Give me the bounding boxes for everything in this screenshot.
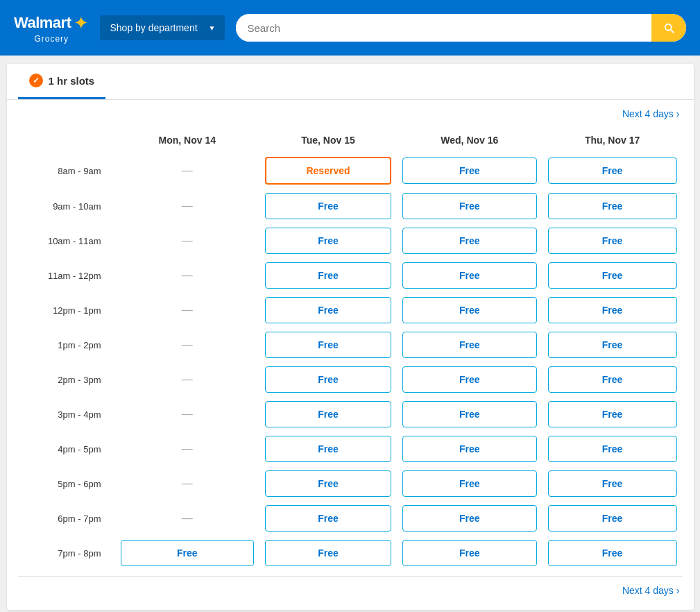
free-slot-button[interactable]: Free bbox=[265, 540, 391, 566]
table-row: 11am - 12pm—FreeFreeFree bbox=[18, 258, 683, 293]
slot-cell: Free bbox=[397, 189, 543, 223]
free-slot-button[interactable]: Free bbox=[402, 436, 537, 462]
slot-cell: Reserved bbox=[259, 153, 397, 189]
slot-cell: — bbox=[115, 328, 259, 362]
free-slot-button[interactable]: Free bbox=[121, 540, 254, 566]
free-slot-button[interactable]: Free bbox=[548, 436, 677, 462]
slot-cell: Free bbox=[543, 189, 683, 223]
free-slot-button[interactable]: Free bbox=[402, 158, 537, 184]
free-slot-button[interactable]: Free bbox=[548, 297, 677, 323]
free-slot-button[interactable]: Free bbox=[265, 262, 391, 289]
free-slot-button[interactable]: Free bbox=[548, 505, 677, 532]
free-slot-button[interactable]: Free bbox=[548, 228, 677, 254]
slot-cell: Free bbox=[543, 258, 683, 293]
free-slot-button[interactable]: Free bbox=[402, 401, 537, 427]
slot-cell: Free bbox=[543, 397, 683, 432]
slot-cell: — bbox=[115, 397, 259, 432]
free-slot-button[interactable]: Free bbox=[402, 366, 537, 393]
slot-cell: Free bbox=[259, 501, 397, 536]
unavailable-dash: — bbox=[182, 477, 193, 489]
slot-cell: Free bbox=[397, 536, 543, 570]
free-slot-button[interactable]: Free bbox=[402, 332, 537, 358]
slot-cell: Free bbox=[543, 432, 683, 466]
slot-cell: — bbox=[115, 293, 259, 328]
next-days-chevron-top: › bbox=[676, 108, 680, 119]
next-4-days-link-top[interactable]: Next 4 days › bbox=[622, 108, 680, 119]
slot-cell: — bbox=[115, 501, 259, 536]
next-days-label-bottom: Next 4 days bbox=[622, 585, 674, 596]
dept-button-label: Shop by department bbox=[110, 22, 197, 33]
slot-cell: Free bbox=[397, 293, 543, 328]
free-slot-button[interactable]: Free bbox=[265, 193, 391, 219]
slot-cell: Free bbox=[259, 362, 397, 397]
slot-cell: Free bbox=[259, 223, 397, 258]
free-slot-button[interactable]: Free bbox=[265, 470, 391, 497]
slot-cell: Free bbox=[397, 258, 543, 293]
free-slot-button[interactable]: Free bbox=[265, 332, 391, 358]
spark-icon: ✦ bbox=[74, 12, 89, 34]
table-row: 8am - 9am—ReservedFreeFree bbox=[18, 153, 683, 189]
free-slot-button[interactable]: Free bbox=[265, 228, 391, 254]
time-slot-table: Mon, Nov 14 Tue, Nov 15 Wed, Nov 16 Thu,… bbox=[18, 128, 683, 570]
free-slot-button[interactable]: Free bbox=[402, 193, 537, 219]
slot-cell: Free bbox=[259, 536, 397, 570]
slot-cell: Free bbox=[543, 466, 683, 501]
unavailable-dash: — bbox=[182, 443, 193, 454]
reserved-slot-button[interactable]: Reserved bbox=[265, 157, 391, 185]
free-slot-button[interactable]: Free bbox=[402, 228, 537, 254]
tab-1hr-slots[interactable]: ✓ 1 hr slots bbox=[18, 64, 106, 99]
slot-cell: Free bbox=[259, 432, 397, 466]
time-label: 8am - 9am bbox=[18, 153, 115, 189]
unavailable-dash: — bbox=[182, 512, 193, 524]
slot-cell: Free bbox=[397, 223, 543, 258]
search-input[interactable] bbox=[236, 14, 651, 42]
free-slot-button[interactable]: Free bbox=[548, 262, 677, 289]
free-slot-button[interactable]: Free bbox=[548, 332, 677, 358]
slot-cell: Free bbox=[397, 397, 543, 432]
col-header-wed: Wed, Nov 16 bbox=[397, 128, 543, 153]
table-row: 12pm - 1pm—FreeFreeFree bbox=[18, 293, 683, 328]
free-slot-button[interactable]: Free bbox=[402, 470, 537, 497]
shop-by-department-button[interactable]: Shop by department ▼ bbox=[100, 15, 225, 40]
next-4-days-link-bottom[interactable]: Next 4 days › bbox=[622, 585, 680, 596]
time-label: 12pm - 1pm bbox=[18, 293, 115, 328]
free-slot-button[interactable]: Free bbox=[265, 297, 391, 323]
unavailable-dash: — bbox=[182, 339, 193, 350]
search-button[interactable] bbox=[651, 14, 686, 42]
check-icon: ✓ bbox=[29, 74, 43, 87]
free-slot-button[interactable]: Free bbox=[265, 366, 391, 393]
unavailable-dash: — bbox=[182, 408, 193, 420]
time-label: 4pm - 5pm bbox=[18, 432, 115, 466]
slot-cell: — bbox=[115, 223, 259, 258]
free-slot-button[interactable]: Free bbox=[548, 158, 677, 184]
free-slot-button[interactable]: Free bbox=[265, 401, 391, 427]
free-slot-button[interactable]: Free bbox=[265, 436, 391, 462]
free-slot-button[interactable]: Free bbox=[548, 366, 677, 393]
free-slot-button[interactable]: Free bbox=[265, 505, 391, 532]
free-slot-button[interactable]: Free bbox=[402, 262, 537, 289]
unavailable-dash: — bbox=[182, 164, 193, 176]
free-slot-button[interactable]: Free bbox=[548, 193, 677, 219]
unavailable-dash: — bbox=[182, 200, 193, 212]
free-slot-button[interactable]: Free bbox=[548, 470, 677, 497]
header: Walmart ✦ Grocery Shop by department ▼ bbox=[0, 0, 700, 56]
slot-cell: Free bbox=[259, 466, 397, 501]
table-row: 10am - 11am—FreeFreeFree bbox=[18, 223, 683, 258]
slot-cell: Free bbox=[397, 501, 543, 536]
free-slot-button[interactable]: Free bbox=[548, 401, 677, 427]
walmart-logo: Walmart ✦ Grocery bbox=[14, 12, 89, 44]
next-days-bottom: Next 4 days › bbox=[18, 576, 683, 599]
time-label: 11am - 12pm bbox=[18, 258, 115, 293]
unavailable-dash: — bbox=[182, 235, 193, 246]
slot-cell: — bbox=[115, 466, 259, 501]
slot-cell: Free bbox=[259, 293, 397, 328]
slot-cell: Free bbox=[543, 153, 683, 189]
slot-cell: Free bbox=[259, 258, 397, 293]
free-slot-button[interactable]: Free bbox=[548, 540, 677, 566]
col-header-tue: Tue, Nov 15 bbox=[259, 128, 397, 153]
slot-cell: Free bbox=[397, 153, 543, 189]
free-slot-button[interactable]: Free bbox=[402, 540, 537, 566]
free-slot-button[interactable]: Free bbox=[402, 297, 537, 323]
free-slot-button[interactable]: Free bbox=[402, 505, 537, 532]
table-row: 5pm - 6pm—FreeFreeFree bbox=[18, 466, 683, 501]
